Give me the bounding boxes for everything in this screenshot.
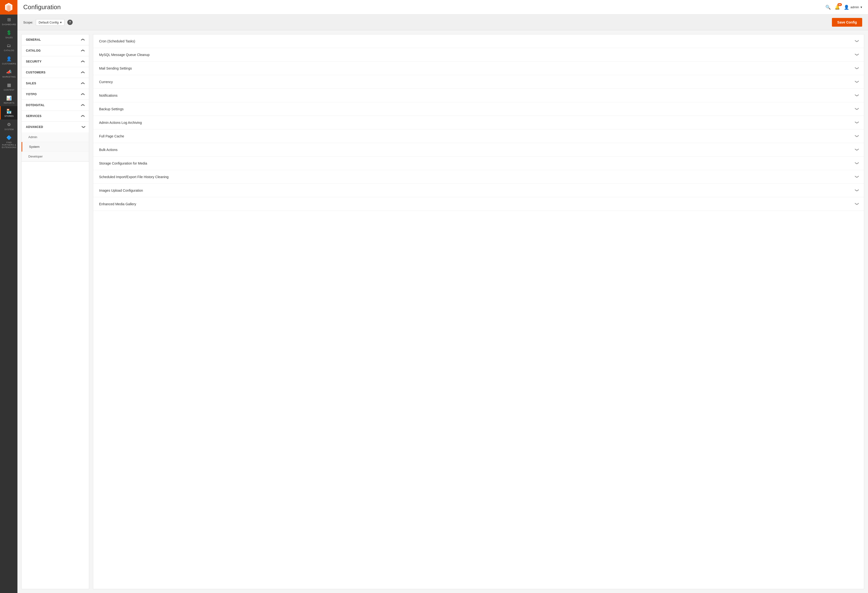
nav-section-label-customers: CUSTOMERS xyxy=(26,71,46,74)
config-item-images-upload[interactable]: Images Upload Configuration ❮ xyxy=(93,184,864,197)
search-icon[interactable]: 🔍 xyxy=(825,4,831,10)
config-item-label-images-upload: Images Upload Configuration xyxy=(99,189,143,192)
config-item-label-bulk-actions: Bulk Actions xyxy=(99,148,117,152)
content-area: GENERAL ❮ CATALOG ❮ SECURITY ❮ CUSTOMERS… xyxy=(18,30,868,593)
marketing-icon: 📣 xyxy=(6,69,12,75)
config-item-admin-actions-log[interactable]: Admin Actions Log Archiving ❮ xyxy=(93,116,864,129)
chevron-icon-sales: ❮ xyxy=(81,82,85,85)
config-item-scheduled-import[interactable]: Scheduled Import/Export File History Cle… xyxy=(93,170,864,184)
nav-section-header-sales[interactable]: SALES ❮ xyxy=(22,78,89,89)
config-item-label-full-page-cache: Full Page Cache xyxy=(99,134,124,138)
expand-icon-backup: ❮ xyxy=(854,107,859,111)
sales-icon: 💲 xyxy=(6,30,12,35)
nav-sub-items-advanced: AdminSystemDeveloper xyxy=(22,132,89,161)
find-partners-icon: 🔷 xyxy=(6,135,12,140)
config-item-label-enhanced-media: Enhanced Media Gallery xyxy=(99,202,136,206)
config-item-cron[interactable]: Cron (Scheduled Tasks) ❮ xyxy=(93,34,864,48)
config-item-storage-config[interactable]: Storage Configuration for Media ❮ xyxy=(93,157,864,170)
sidebar-item-find-partners[interactable]: 🔷 FIND PARTNERS & EXTENSIONS xyxy=(0,133,18,151)
expand-icon-bulk-actions: ❮ xyxy=(854,148,859,151)
sidebar-item-stores[interactable]: 🏪 STORES xyxy=(0,106,18,119)
chevron-icon-services: ❮ xyxy=(81,115,85,118)
user-icon: 👤 xyxy=(844,4,849,10)
nav-section-dotdigital: DOTDIGITAL ❮ xyxy=(22,100,89,111)
config-item-notifications[interactable]: Notifications ❮ xyxy=(93,89,864,102)
expand-icon-enhanced-media: ❮ xyxy=(854,203,859,206)
sidebar-label-dashboard: DASHBOARD xyxy=(2,23,16,26)
expand-icon-full-page-cache: ❮ xyxy=(854,135,859,138)
expand-icon-currency: ❮ xyxy=(854,80,859,83)
nav-section-header-advanced[interactable]: ADVANCED ❮ xyxy=(22,122,89,132)
nav-section-header-yotpo[interactable]: YOTPO ❮ xyxy=(22,89,89,100)
chevron-icon-general: ❮ xyxy=(81,38,85,41)
admin-user-menu[interactable]: 👤 admin ▾ xyxy=(844,4,862,10)
nav-section-advanced: ADVANCED ❮ AdminSystemDeveloper xyxy=(22,122,89,162)
config-item-label-currency: Currency xyxy=(99,80,113,84)
save-config-button[interactable]: Save Config xyxy=(832,18,862,27)
help-icon[interactable]: ? xyxy=(67,20,73,25)
sidebar-item-marketing[interactable]: 📣 MARKETING xyxy=(0,67,18,80)
admin-username: admin xyxy=(850,5,859,9)
config-item-full-page-cache[interactable]: Full Page Cache ❮ xyxy=(93,129,864,143)
expand-icon-admin-actions-log: ❮ xyxy=(854,121,859,124)
sidebar-item-reports[interactable]: 📊 REPORTS xyxy=(0,93,18,106)
magento-logo xyxy=(0,0,18,15)
config-item-label-notifications: Notifications xyxy=(99,93,117,98)
config-item-mail-sending[interactable]: Mail Sending Settings ❮ xyxy=(93,62,864,75)
nav-sub-item-developer[interactable]: Developer xyxy=(22,152,89,161)
nav-section-label-general: GENERAL xyxy=(26,38,41,41)
page-header: Configuration 🔍 🔔 39 👤 admin ▾ xyxy=(18,0,868,15)
dashboard-icon: ⊞ xyxy=(7,17,11,22)
page-title: Configuration xyxy=(23,3,61,11)
nav-section-label-services: SERVICES xyxy=(26,114,41,118)
sidebar-item-customers[interactable]: 👤 CUSTOMERS xyxy=(0,54,18,67)
expand-icon-mail-sending: ❮ xyxy=(854,67,859,70)
nav-section-label-yotpo: YOTPO xyxy=(26,93,37,96)
chevron-down-icon: ▾ xyxy=(861,5,862,9)
nav-section-catalog: CATALOG ❮ xyxy=(22,45,89,56)
nav-section-header-dotdigital[interactable]: DOTDIGITAL ❮ xyxy=(22,100,89,111)
sidebar-label-reports: REPORTS xyxy=(4,102,14,104)
nav-sub-item-system[interactable]: System xyxy=(22,142,89,152)
nav-section-label-catalog: CATALOG xyxy=(26,49,41,52)
chevron-icon-advanced: ❮ xyxy=(81,126,85,129)
config-item-label-scheduled-import: Scheduled Import/Export File History Cle… xyxy=(99,175,168,179)
chevron-icon-catalog: ❮ xyxy=(81,49,85,52)
catalog-icon: 🗂 xyxy=(7,43,11,48)
sidebar-item-system[interactable]: ⚙ SYSTEM xyxy=(0,120,18,133)
config-item-mysql-queue[interactable]: MySQL Message Queue Cleanup ❮ xyxy=(93,48,864,62)
nav-sub-item-admin[interactable]: Admin xyxy=(22,132,89,142)
header-actions: 🔍 🔔 39 👤 admin ▾ xyxy=(825,4,862,10)
stores-icon: 🏪 xyxy=(6,109,12,114)
config-item-bulk-actions[interactable]: Bulk Actions ❮ xyxy=(93,143,864,157)
sidebar-label-sales: SALES xyxy=(6,36,13,39)
nav-section-header-services[interactable]: SERVICES ❮ xyxy=(22,111,89,121)
config-item-backup[interactable]: Backup Settings ❮ xyxy=(93,102,864,116)
config-item-enhanced-media[interactable]: Enhanced Media Gallery ❮ xyxy=(93,197,864,211)
sidebar-label-catalog: CATALOG xyxy=(4,49,14,52)
left-nav-panel: GENERAL ❮ CATALOG ❮ SECURITY ❮ CUSTOMERS… xyxy=(21,34,89,589)
sidebar-label-customers: CUSTOMERS xyxy=(2,62,16,65)
nav-section-customers: CUSTOMERS ❮ xyxy=(22,67,89,78)
sidebar-item-catalog[interactable]: 🗂 CATALOG xyxy=(0,41,18,53)
sidebar-label-stores: STORES xyxy=(4,115,14,117)
nav-section-header-catalog[interactable]: CATALOG ❮ xyxy=(22,45,89,56)
scope-select[interactable]: Default Config ▾ xyxy=(36,19,64,26)
main-content: Configuration 🔍 🔔 39 👤 admin ▾ Scope: De… xyxy=(18,0,868,593)
nav-section-header-security[interactable]: SECURITY ❮ xyxy=(22,56,89,67)
scope-left: Scope: Default Config ▾ ? xyxy=(23,19,73,26)
sidebar-item-dashboard[interactable]: ⊞ DASHBOARD xyxy=(0,15,18,28)
notification-badge: 39 xyxy=(837,3,842,6)
expand-icon-cron: ❮ xyxy=(854,40,859,43)
nav-section-header-general[interactable]: GENERAL ❮ xyxy=(22,34,89,45)
sidebar-item-sales[interactable]: 💲 SALES xyxy=(0,28,18,41)
nav-section-label-advanced: ADVANCED xyxy=(26,125,43,129)
nav-section-yotpo: YOTPO ❮ xyxy=(22,89,89,100)
config-item-label-mysql-queue: MySQL Message Queue Cleanup xyxy=(99,53,150,57)
nav-section-services: SERVICES ❮ xyxy=(22,111,89,122)
sidebar-item-content[interactable]: ▦ CONTENT xyxy=(0,80,18,93)
chevron-icon-dotdigital: ❮ xyxy=(81,104,85,107)
config-item-currency[interactable]: Currency ❮ xyxy=(93,75,864,89)
nav-section-header-customers[interactable]: CUSTOMERS ❮ xyxy=(22,67,89,78)
notification-bell[interactable]: 🔔 39 xyxy=(835,4,840,10)
